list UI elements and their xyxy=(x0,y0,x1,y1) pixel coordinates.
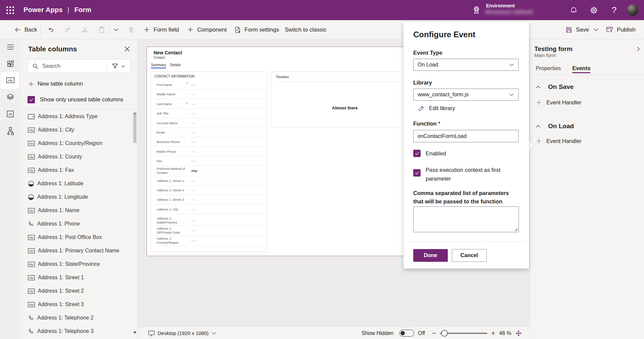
svg-text:Abc: Abc xyxy=(29,249,34,253)
svg-text:Abc: Abc xyxy=(29,142,34,145)
svg-text:Abc: Abc xyxy=(29,290,34,293)
svg-text:JS: JS xyxy=(8,112,12,116)
svg-text:Abc: Abc xyxy=(29,155,34,159)
svg-text:Abc: Abc xyxy=(29,276,34,280)
svg-text:Abc: Abc xyxy=(29,169,34,172)
svg-text:Abc: Abc xyxy=(8,79,13,82)
svg-text:Abc: Abc xyxy=(29,236,34,239)
svg-text:Abc: Abc xyxy=(29,209,34,212)
svg-text:Abc: Abc xyxy=(29,263,34,266)
svg-text:Abc: Abc xyxy=(29,129,34,132)
svg-text:Abc: Abc xyxy=(29,303,34,306)
